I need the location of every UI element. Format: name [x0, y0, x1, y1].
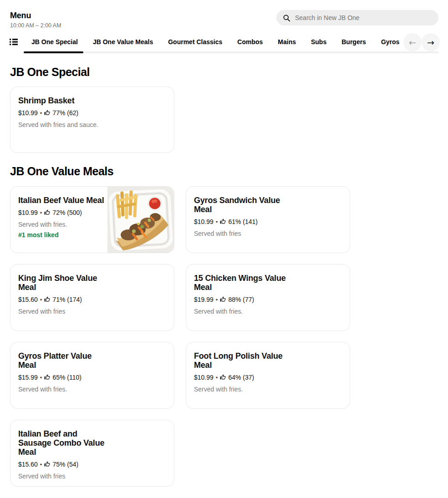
item-price: $10.99 — [18, 109, 38, 117]
tab-subs[interactable]: Subs — [311, 38, 326, 46]
separator-dot: • — [216, 374, 218, 381]
menu-items-grid: Italian Beef Value Meal $10.99 • 72% (50… — [10, 186, 350, 487]
menu-item-gyros-platter-value-meal[interactable]: Gyros Platter Value Meal $15.99 • 65% (1… — [10, 342, 174, 409]
item-meta: $15.60 • 75% (54) — [18, 461, 166, 468]
menu-list-icon[interactable] — [9, 38, 18, 46]
menu-item-italian-beef-and-sausage-combo-value-meal[interactable]: Italian Beef and Sausage Combo Value Mea… — [10, 420, 174, 487]
item-name: Gyros Platter Value Meal — [18, 351, 116, 370]
tab-combos[interactable]: Combos — [237, 38, 263, 46]
item-meta: $15.99 • 65% (110) — [18, 374, 166, 381]
item-name: Foot Long Polish Value Meal — [194, 351, 292, 370]
tab-burgers[interactable]: Burgers — [341, 38, 366, 46]
item-price: $15.60 — [18, 296, 38, 303]
separator-dot: • — [216, 219, 218, 225]
page-title: Menu — [10, 11, 31, 20]
item-rating: 88% (77) — [228, 296, 254, 303]
tabs-scroll-right-button[interactable]: → — [422, 33, 440, 51]
thumbs-up-icon — [220, 296, 226, 302]
item-name: 15 Chicken Wings Value Meal — [194, 274, 292, 292]
item-rating: 65% (110) — [52, 374, 81, 381]
item-name: Italian Beef Value Meal — [18, 196, 116, 205]
tab-jb-one-special[interactable]: JB One Special — [31, 38, 78, 46]
item-price: $10.99 — [194, 374, 214, 381]
item-rating: 71% (174) — [52, 296, 82, 303]
search-bar[interactable] — [276, 10, 438, 25]
item-price: $15.60 — [18, 461, 38, 468]
thumbs-up-icon — [44, 374, 50, 380]
item-rating: 72% (500) — [52, 209, 82, 216]
separator-dot: • — [40, 110, 42, 117]
item-price: $19.99 — [194, 296, 214, 303]
separator-dot: • — [40, 209, 42, 216]
list-icon — [10, 38, 18, 46]
tab-underline-track — [24, 51, 439, 53]
arrow-right-icon: → — [427, 38, 434, 47]
search-icon — [283, 14, 290, 22]
item-description: Served with fries. — [194, 385, 292, 394]
item-description: Served with fries. — [18, 220, 116, 229]
separator-dot: • — [40, 374, 42, 381]
arrow-left-icon: ← — [409, 38, 416, 47]
opening-hours: 10:00 AM – 2:00 AM — [10, 22, 61, 29]
separator-dot: • — [216, 296, 218, 303]
thumbs-up-icon — [44, 461, 50, 467]
menu-item-italian-beef-value-meal[interactable]: Italian Beef Value Meal $10.99 • 72% (50… — [10, 186, 174, 253]
menu-item-15-chicken-wings-value-meal[interactable]: 15 Chicken Wings Value Meal $19.99 • 88%… — [186, 264, 350, 331]
item-name: Italian Beef and Sausage Combo Value Mea… — [18, 429, 116, 457]
item-name: Gyros Sandwich Value Meal — [194, 196, 292, 214]
item-rating: 64% (37) — [228, 374, 254, 381]
item-price: $10.99 — [194, 218, 214, 225]
italian-beef-photo-illustration — [107, 187, 174, 253]
menu-item-king-jim-shoe-value-meal[interactable]: King Jim Shoe Value Meal $15.60 • 71% (1… — [10, 264, 174, 331]
item-description: Served with fries — [18, 307, 116, 316]
thumbs-up-icon — [44, 296, 50, 302]
item-description: Served with fries — [18, 472, 116, 481]
separator-dot: • — [40, 461, 42, 468]
tab-gyros[interactable]: Gyros — [381, 38, 399, 46]
section-title-jb-one-value-meals: JB One Value Meals — [10, 165, 113, 178]
tab-mains[interactable]: Mains — [278, 38, 296, 46]
thumbs-up-icon — [44, 110, 50, 116]
thumbs-up-icon — [220, 374, 226, 380]
item-rating: 75% (54) — [52, 461, 78, 468]
item-description: Served with fries. — [194, 307, 292, 316]
active-tab-indicator — [24, 51, 83, 53]
item-meta: $15.60 • 71% (174) — [18, 296, 166, 303]
category-tabs: JB One Special JB One Value Meals Gourme… — [31, 33, 399, 51]
item-name: King Jim Shoe Value Meal — [18, 274, 116, 292]
item-meta: $10.99 • 64% (37) — [194, 374, 342, 381]
tab-gourmet-classics[interactable]: Gourmet Classics — [168, 38, 222, 46]
thumbs-up-icon — [220, 219, 226, 224]
thumbs-up-icon — [44, 209, 50, 215]
item-price: $15.99 — [18, 374, 38, 381]
item-rating: 77% (62) — [52, 109, 78, 117]
item-description: Served with fries and sauce. — [18, 121, 116, 129]
item-meta: $10.99 • 77% (62) — [18, 109, 166, 117]
item-description: Served with fries — [194, 229, 292, 238]
tabs-scroll-left-button[interactable]: ← — [403, 33, 422, 51]
search-input[interactable] — [295, 14, 432, 21]
menu-item-foot-long-polish-value-meal[interactable]: Foot Long Polish Value Meal $10.99 • 64%… — [186, 342, 350, 409]
separator-dot: • — [40, 296, 42, 303]
section-title-jb-one-special: JB One Special — [10, 66, 90, 79]
item-rating: 61% (141) — [228, 218, 258, 225]
item-name: Shrimp Basket — [18, 96, 116, 105]
item-meta: $19.99 • 88% (77) — [194, 296, 342, 303]
menu-item-gyros-sandwich-value-meal[interactable]: Gyros Sandwich Value Meal $10.99 • 61% (… — [186, 186, 350, 253]
tab-jb-one-value-meals[interactable]: JB One Value Meals — [93, 38, 153, 46]
item-description: Served with fries. — [18, 385, 116, 394]
item-photo-italian-beef — [107, 187, 174, 253]
item-price: $10.99 — [18, 209, 38, 216]
menu-page: Menu 10:00 AM – 2:00 AM JB One Special J… — [0, 0, 448, 498]
item-meta: $10.99 • 61% (141) — [194, 218, 342, 225]
menu-item-shrimp-basket[interactable]: Shrimp Basket $10.99 • 77% (62) Served w… — [10, 86, 174, 153]
